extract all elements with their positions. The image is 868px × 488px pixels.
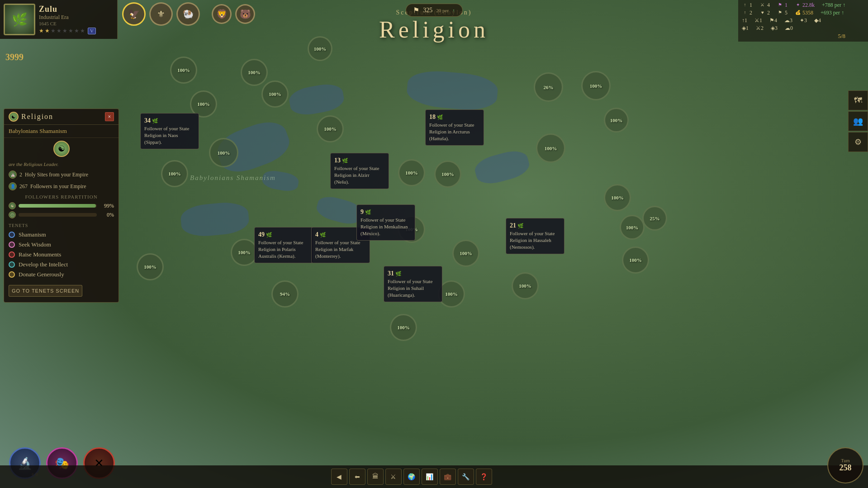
faction-btn-1[interactable]: 🦅 (122, 2, 146, 26)
religion-icon-row: ☯ (4, 138, 119, 160)
res-item-1: ↑1 (742, 2, 752, 9)
faction-count: 5/8 (838, 33, 845, 40)
religion-panel-icon: ☯ (9, 112, 19, 122)
map-node-n16[interactable]: 100% (231, 239, 258, 266)
star-1: ★ (39, 28, 44, 34)
res-icon-7: ♥ (759, 10, 766, 16)
tenets-label: Tenets (9, 223, 114, 228)
star-8: ★ (80, 28, 85, 34)
map-node-n25[interactable]: 100% (622, 246, 649, 274)
turn-counter[interactable]: Turn 258 (827, 447, 863, 483)
res-icon-4: ✦ (795, 2, 801, 9)
node-circle-n7: 100% (317, 115, 344, 142)
map-node-n6[interactable]: 100% (209, 138, 238, 167)
tenet-seek-wisdom[interactable]: Seek Wisdom (9, 240, 114, 250)
currency-bar[interactable]: ⚑ 325 20 per ↑ (405, 4, 462, 17)
map-node-n11[interactable]: 100% (536, 133, 565, 163)
faction-btn-3[interactable]: 🐏 (176, 2, 200, 26)
map-node-n2[interactable]: 100% (170, 57, 197, 84)
faction-btn-2[interactable]: ⚜ (149, 2, 173, 26)
side-icons: 🗺 👥 ⚙ (848, 0, 868, 152)
tenet-raise-monuments[interactable]: Raise Monuments (9, 250, 114, 260)
player-name: Zulu (39, 5, 114, 14)
res-item-11: ↑1 (742, 17, 747, 24)
nav-city[interactable]: 🏛 (367, 469, 384, 485)
map-node-n12[interactable]: 26% (534, 72, 563, 102)
side-people-icon[interactable]: 👥 (848, 111, 868, 131)
map-node-n7[interactable]: 100% (317, 115, 344, 142)
tenet-donate-generously[interactable]: Donate Generously (9, 270, 114, 280)
side-map-icon[interactable]: 🗺 (848, 90, 868, 110)
map-node-n20[interactable]: 94% (271, 280, 299, 308)
res-item-9: 💰5358 (795, 9, 813, 16)
holy-sites-row: ⛪ 2 Holy Sites from your Empire (4, 169, 119, 180)
node-circle-n10: 100% (434, 161, 461, 188)
map-node-n24[interactable]: 100% (620, 215, 645, 240)
tenet-raise-monuments-label: Raise Monuments (19, 251, 61, 258)
nav-stats[interactable]: 📊 (422, 469, 438, 485)
bottom-nav: ◀ ⬅ 🏛 ⚔ 🌍 📊 💼 🔧 ❓ (0, 465, 868, 488)
player-score: 3999 (5, 52, 24, 62)
bar2-pct: 0% (100, 212, 114, 218)
bar2-background (19, 213, 97, 217)
followers-count: 267 (19, 183, 28, 190)
res-icon-9: 💰 (795, 10, 801, 16)
map-node-n26[interactable]: 25% (642, 206, 667, 231)
faction-btn-4[interactable]: 🦁 (212, 4, 232, 24)
player-stars: ★ ★ ★ ★ ★ ★ ★ ★ V (39, 28, 114, 34)
player-panel: 🌿 Zulu Industrial Era 1645 CE ★ ★ ★ ★ ★ … (0, 0, 118, 39)
nav-settings[interactable]: 🔧 (458, 469, 474, 485)
tooltip-hassaleh: 21 🌿 Follower of your State Religion in … (506, 218, 564, 254)
page-title: Religion (379, 16, 489, 43)
player-era: Industrial Era (39, 14, 114, 21)
resource-row-4: ◈1 ⚔2 ◈3 ☁0 (742, 25, 845, 32)
map-node-n1[interactable]: 100% (308, 36, 332, 61)
map-node-n9[interactable]: 100% (398, 159, 425, 186)
go-to-tenets-button[interactable]: Go to Tenets Screen (9, 285, 82, 297)
map-node-n15[interactable]: 100% (604, 184, 631, 211)
player-year: 1645 CE (39, 21, 114, 26)
nav-prev[interactable]: ◀ (331, 469, 347, 485)
star-6: ★ (68, 28, 73, 34)
side-settings-icon[interactable]: ⚙ (848, 132, 868, 152)
nav-back[interactable]: ⬅ (349, 469, 365, 485)
map-node-n19[interactable]: 100% (452, 240, 479, 267)
map-node-n23[interactable]: 100% (512, 272, 539, 299)
map-node-n22[interactable]: 100% (390, 314, 417, 341)
map-node-n13[interactable]: 100% (581, 71, 611, 100)
map-node-n14[interactable]: 100% (604, 108, 629, 133)
religion-panel: ☯ Religion × Babylonians Shamanism ☯ are… (4, 109, 119, 303)
turn-label: Turn (841, 458, 849, 463)
tenet-shamanism[interactable]: Shamanism (9, 230, 114, 240)
res-item-12: ⚔1 (754, 17, 762, 24)
res-icon-8: ⚑ (777, 10, 783, 16)
nav-map[interactable]: 🌍 (403, 469, 420, 485)
tenet-dot-seek-wisdom (9, 242, 15, 248)
map-node-n8[interactable]: 100% (161, 160, 188, 187)
map-node-n17[interactable]: 100% (137, 253, 164, 280)
tooltip-polaris: 49 🌿 Follower of your State Religion in … (254, 227, 313, 263)
tenet-develop-intellect[interactable]: Develop the Intellect (9, 260, 114, 270)
bar1-pct: 99% (100, 203, 114, 209)
res-item-6: ↑2 (742, 9, 752, 16)
nav-help[interactable]: ❓ (476, 469, 492, 485)
tenet-dot-shamanism (9, 232, 15, 238)
tooltip-arcturus: 18 🌿 Follower of your State Religion in … (425, 109, 484, 146)
bar2-icon: ◯ (9, 211, 16, 218)
tooltip-naos: 34 🌿 Follower of your State Religion in … (140, 113, 199, 149)
currency-amount: 325 (423, 7, 432, 14)
node-circle-n16: 100% (231, 239, 258, 266)
currency-icon: ⚑ (413, 6, 419, 14)
tenet-dot-raise-monuments (9, 251, 15, 258)
map-node-n10[interactable]: 100% (434, 161, 461, 188)
map-node-n4[interactable]: 100% (261, 81, 289, 108)
res-item-17: ◈1 (742, 25, 749, 32)
panel-close-button[interactable]: × (105, 112, 114, 121)
bar1-icon: ☯ (9, 202, 16, 209)
repartition-label: Followers Repartition (9, 194, 114, 199)
res-item-5: +788 per↑ (822, 2, 845, 9)
turn-number: 258 (840, 463, 852, 473)
nav-trade[interactable]: 💼 (440, 469, 456, 485)
faction-btn-5[interactable]: 🐻 (235, 4, 255, 24)
nav-combat[interactable]: ⚔ (385, 469, 402, 485)
